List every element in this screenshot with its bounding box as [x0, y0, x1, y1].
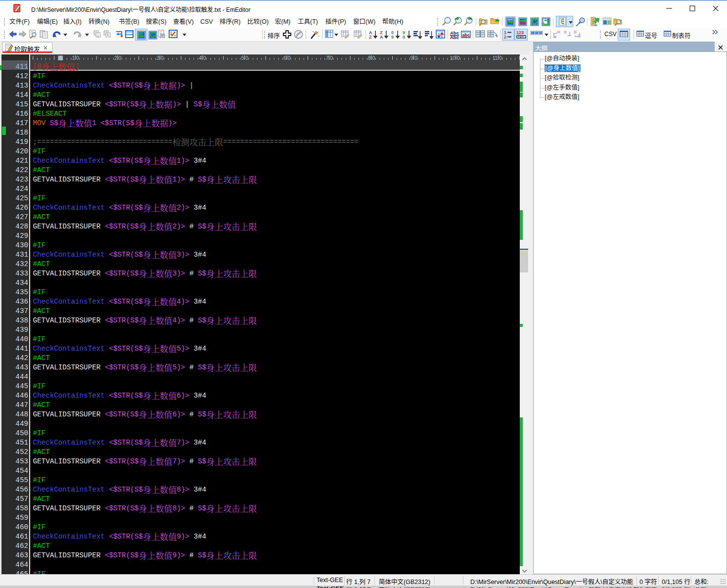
svg-text:Abc: Abc	[450, 35, 459, 40]
svg-text:8: 8	[368, 55, 371, 60]
svg-text:123: 123	[516, 30, 524, 35]
svg-text:2: 2	[114, 55, 117, 60]
svg-text:3: 3	[157, 55, 160, 60]
svg-text:4: 4	[199, 55, 202, 60]
svg-text:0: 0	[330, 55, 333, 60]
svg-text:0: 0	[161, 55, 164, 60]
svg-text:0: 0	[457, 55, 460, 60]
svg-text:5: 5	[241, 55, 244, 60]
svg-text:10: 10	[450, 55, 456, 60]
svg-text:0: 0	[372, 55, 375, 60]
svg-text:11: 11	[493, 55, 498, 60]
svg-text:0: 0	[403, 35, 405, 40]
svg-text:Z: Z	[369, 35, 372, 40]
svg-text:2: 2	[504, 35, 506, 40]
svg-text:0: 0	[414, 55, 417, 60]
svg-text:0: 0	[499, 55, 502, 60]
svg-text:6: 6	[283, 55, 286, 60]
svg-text:9: 9	[410, 55, 413, 60]
svg-text:1: 1	[72, 55, 75, 60]
svg-text:0: 0	[119, 55, 122, 60]
svg-text:0: 0	[288, 55, 291, 60]
svg-text:9: 9	[391, 35, 394, 40]
svg-text:abc: abc	[462, 33, 470, 38]
svg-text:7: 7	[326, 55, 329, 60]
svg-text:0: 0	[203, 55, 206, 60]
svg-text:A: A	[380, 35, 383, 40]
svg-text:0: 0	[245, 55, 248, 60]
svg-text:0: 0	[76, 55, 79, 60]
